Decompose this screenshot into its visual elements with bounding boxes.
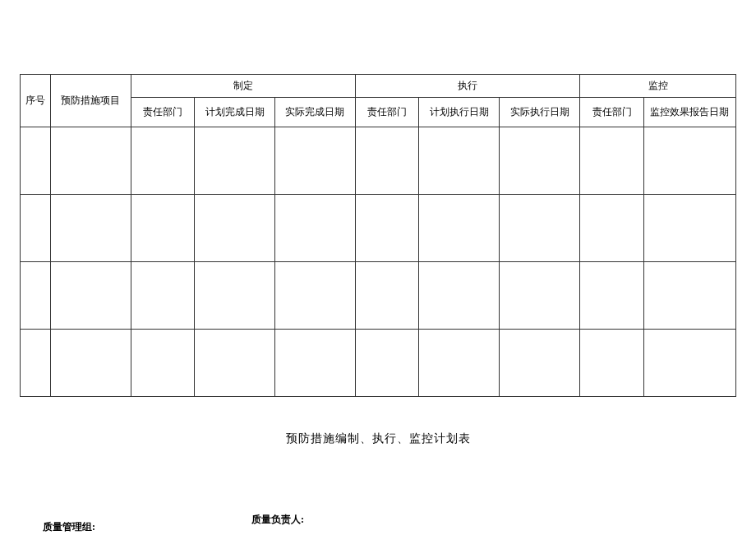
cell-plan-complete [195,262,275,330]
cell-mon-date [643,330,735,397]
plan-table: 序号 预防措施项目 制定 执行 监控 责任部门 计划完成日期 实际完成日期 责任… [20,74,736,397]
cell-seq [21,127,51,195]
table-row [21,195,736,262]
cell-actual-complete [275,127,356,195]
cell-seq [21,330,51,397]
header-group-execute: 执行 [355,75,579,98]
cell-plan-execute [419,262,500,330]
cell-mon-dept [580,330,644,397]
cell-mon-dept [580,127,644,195]
cell-plan-complete [195,127,275,195]
cell-mon-date [643,195,735,262]
footer-quality-manager: 质量负责人: [251,513,304,527]
plan-table-container: 序号 预防措施项目 制定 执行 监控 责任部门 计划完成日期 实际完成日期 责任… [20,74,736,397]
cell-actual-execute [500,262,580,330]
cell-exec-dept [355,330,419,397]
header-group-establish: 制定 [131,75,355,98]
cell-actual-execute [500,127,580,195]
cell-plan-complete [195,330,275,397]
cell-actual-complete [275,330,356,397]
cell-mon-dept [580,262,644,330]
cell-mon-date [643,262,735,330]
cell-exec-dept [355,195,419,262]
cell-plan-execute [419,330,500,397]
header-project: 预防措施项目 [50,75,131,127]
header-monitor-report-date: 监控效果报告日期 [643,98,735,127]
footer-quality-group: 质量管理组: [43,520,95,534]
header-group-monitor: 监控 [580,75,736,98]
cell-exec-dept [355,262,419,330]
header-plan-execute-date: 计划执行日期 [419,98,500,127]
table-row [21,330,736,397]
cell-est-dept [131,127,195,195]
cell-mon-date [643,127,735,195]
cell-plan-complete [195,195,275,262]
cell-project [50,127,131,195]
header-actual-complete-date: 实际完成日期 [275,98,356,127]
header-seq: 序号 [21,75,51,127]
cell-mon-dept [580,195,644,262]
cell-project [50,195,131,262]
cell-plan-execute [419,127,500,195]
header-monitor-dept: 责任部门 [580,98,644,127]
header-execute-dept: 责任部门 [355,98,419,127]
cell-est-dept [131,262,195,330]
table-row [21,262,736,330]
cell-plan-execute [419,195,500,262]
cell-est-dept [131,195,195,262]
cell-actual-complete [275,195,356,262]
cell-project [50,262,131,330]
cell-project [50,330,131,397]
cell-seq [21,262,51,330]
cell-actual-execute [500,330,580,397]
header-establish-dept: 责任部门 [131,98,195,127]
cell-actual-execute [500,195,580,262]
header-actual-execute-date: 实际执行日期 [500,98,580,127]
header-plan-complete-date: 计划完成日期 [195,98,275,127]
cell-exec-dept [355,127,419,195]
document-title: 预防措施编制、执行、监控计划表 [0,431,756,446]
table-header-row-1: 序号 预防措施项目 制定 执行 监控 [21,75,736,98]
cell-seq [21,195,51,262]
table-row [21,127,736,195]
cell-est-dept [131,330,195,397]
cell-actual-complete [275,262,356,330]
